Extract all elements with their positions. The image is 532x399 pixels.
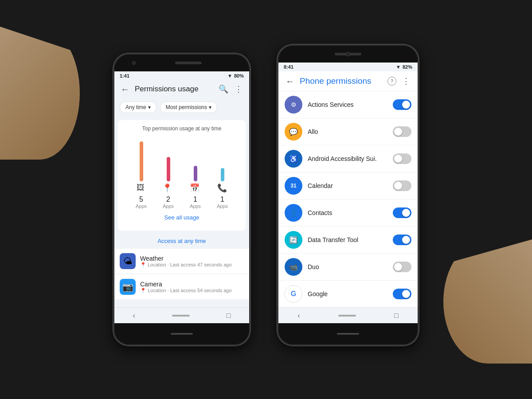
chart-col-1	[167, 157, 170, 181]
back-button-left[interactable]: ←	[120, 84, 130, 94]
app-name-1: Allo	[308, 128, 387, 135]
toggle-2[interactable]	[393, 153, 411, 164]
status-right-right: ▼ 82%	[396, 64, 412, 70]
app-icon-2: ♿	[285, 150, 302, 168]
home-indicator-right	[337, 333, 359, 335]
nav-back-right[interactable]: ‹	[297, 312, 300, 320]
bar-0	[140, 141, 143, 181]
time-right: 8:41	[284, 64, 293, 70]
chart-col-3	[221, 168, 224, 181]
see-all-button[interactable]: See all usage	[123, 210, 240, 225]
app-icon-0: ⚙	[285, 96, 302, 113]
app-icon-7: G	[285, 285, 302, 303]
nav-bar-right: ‹ □	[278, 307, 418, 323]
permissions-list: ⚙ Actions Services 💬 Allo ♿	[278, 91, 418, 323]
camera-info: Camera 📍 Location · Last access 54 secon…	[140, 281, 244, 293]
chart-col-0	[140, 141, 143, 181]
wifi-icon-right: ▼	[396, 64, 401, 70]
count-label-2: Apps	[187, 203, 204, 209]
toggle-3[interactable]	[393, 180, 411, 191]
chart-col-2	[194, 166, 197, 181]
phone-left: 1:41 ▼ 80% ← Permissions usage 🔍 ⋮ Any t…	[113, 53, 250, 346]
screen-right: 8:41 ▼ 82% ← Phone permissions ? ⋮ ⚙	[278, 63, 418, 323]
app-name-6: Duo	[308, 263, 387, 270]
filter-row: Any time ▾ Most permissions ▾	[114, 98, 249, 117]
toggle-7[interactable]	[393, 289, 411, 299]
list-item-0: ⚙ Actions Services	[278, 91, 418, 118]
nav-square-right[interactable]: □	[394, 312, 399, 320]
app-name-5: Data Transfer Tool	[308, 236, 387, 243]
app-name-3: Calendar	[308, 182, 387, 189]
nav-square-left[interactable]: □	[227, 312, 231, 320]
search-button-left[interactable]: 🔍	[218, 84, 229, 94]
menu-button-left[interactable]: ⋮	[233, 84, 244, 94]
count-num-2: 1	[187, 196, 204, 203]
count-num-1: 2	[160, 196, 177, 203]
nav-bar-left: ‹ □	[114, 307, 249, 323]
app-icon-6: 📹	[285, 258, 302, 276]
chart-icon-2: 📅	[190, 183, 200, 193]
toggle-6[interactable]	[393, 262, 411, 272]
count-label-0: Apps	[133, 203, 150, 209]
weather-icon: 🌤	[120, 253, 136, 269]
toggle-5[interactable]	[393, 235, 411, 245]
hand-left	[0, 27, 80, 160]
app-icon-3: 31	[285, 177, 302, 195]
count-col-0: 5 Apps	[133, 196, 150, 209]
phone-bottom-bar-right	[278, 323, 418, 344]
page-title-left: Permissions usage	[135, 85, 214, 94]
access-section-title: Access at any time	[114, 234, 249, 248]
weather-name: Weather	[140, 255, 244, 262]
bar-1	[167, 157, 170, 181]
count-num-0: 5	[133, 196, 150, 203]
page-title-right: Phone permissions	[300, 76, 383, 86]
app-name-7: Google	[308, 290, 387, 297]
nav-back-left[interactable]: ‹	[133, 312, 135, 320]
battery-right: 82%	[403, 64, 412, 70]
toggle-1[interactable]	[393, 126, 411, 137]
phone-top-bar-right	[278, 46, 418, 63]
weather-detail: 📍 Location · Last access 47 seconds ago	[140, 262, 244, 268]
app-name-4: Contacts	[308, 209, 387, 216]
chart-section: Top permission usage at any time	[118, 120, 246, 231]
sort-filter-arrow: ▾	[209, 104, 211, 110]
chart-bars	[123, 137, 240, 181]
camera-name: Camera	[140, 281, 244, 288]
menu-button-right[interactable]: ⋮	[401, 76, 411, 86]
toggle-4[interactable]	[393, 207, 411, 218]
phone-right: 8:41 ▼ 82% ← Phone permissions ? ⋮ ⚙	[277, 44, 419, 346]
app-icon-5: 🔄	[285, 231, 302, 249]
toggle-0[interactable]	[393, 99, 411, 110]
list-item-4: 👤 Contacts	[278, 200, 418, 227]
battery-left: 80%	[234, 73, 244, 78]
app-name-2: Android Accessibility Sui.	[308, 155, 387, 162]
list-item-6: 📹 Duo	[278, 254, 418, 281]
nav-indicator-left	[172, 315, 190, 317]
list-item-weather: 🌤 Weather 📍 Location · Last access 47 se…	[114, 249, 249, 274]
camera-detail: 📍 Location · Last access 54 seconds ago	[140, 288, 244, 293]
list-item-5: 🔄 Data Transfer Tool	[278, 227, 418, 254]
sort-filter[interactable]: Most permissions ▾	[160, 102, 217, 113]
count-col-2: 1 Apps	[187, 196, 204, 209]
home-indicator-left	[171, 333, 193, 335]
time-left: 1:41	[120, 73, 129, 78]
list-item-1: 💬 Allo	[278, 118, 418, 145]
back-button-right[interactable]: ←	[285, 76, 295, 86]
time-filter-arrow: ▾	[148, 104, 151, 110]
help-button-right[interactable]: ?	[387, 77, 396, 86]
chart-title: Top permission usage at any time	[123, 125, 240, 132]
app-icon-1: 💬	[285, 123, 302, 141]
camera-icon: 📷	[120, 279, 136, 295]
time-filter[interactable]: Any time ▾	[120, 102, 156, 113]
chart-icons: 🖼 📍 📅 📞	[123, 181, 240, 195]
sort-filter-label: Most permissions	[166, 104, 207, 110]
list-item-7: G Google	[278, 281, 418, 308]
list-item-camera: 📷 Camera 📍 Location · Last access 54 sec…	[114, 274, 249, 299]
chart-icon-3: 📞	[217, 183, 227, 193]
status-bar-right: 8:41 ▼ 82%	[278, 63, 418, 71]
phones-container: 1:41 ▼ 80% ← Permissions usage 🔍 ⋮ Any t…	[113, 53, 419, 346]
app-bar-right: ← Phone permissions ? ⋮	[278, 71, 418, 91]
chart-icon-0: 🖼	[137, 183, 145, 193]
bar-3	[221, 168, 224, 181]
list-item-3: 31 Calendar	[278, 172, 418, 200]
